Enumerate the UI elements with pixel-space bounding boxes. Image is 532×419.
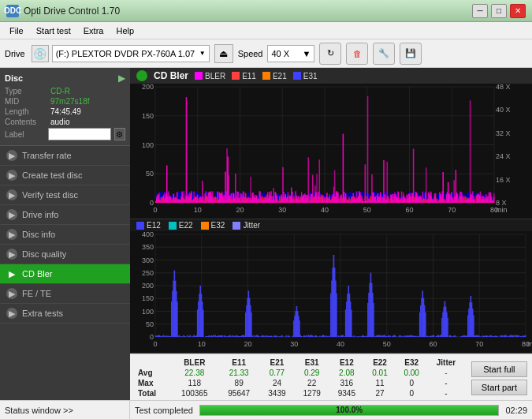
disc-nav-arrow[interactable]: ▶ xyxy=(118,73,125,84)
avg-e31: 0.29 xyxy=(295,368,329,378)
col-header-bler: BLER xyxy=(171,357,218,368)
sidebar-item-transfer-rate[interactable]: ▶ Transfer rate xyxy=(0,146,130,166)
sidebar-item-fe-te[interactable]: ▶ FE / TE xyxy=(0,284,130,304)
legend-color-bler xyxy=(195,72,203,80)
eject-button[interactable]: ⏏ xyxy=(214,44,233,63)
avg-label: Avg xyxy=(135,368,171,378)
restore-button[interactable]: □ xyxy=(491,4,507,18)
chart2-legend-row: E12 E22 E32 Jitter xyxy=(130,219,532,231)
table-row-avg: Avg 22.38 21.33 0.77 0.29 2.08 0.01 0.00… xyxy=(135,368,465,378)
options-button[interactable]: 🔧 xyxy=(373,43,395,65)
col-header-empty xyxy=(135,357,171,368)
col-header-e32: E32 xyxy=(396,357,427,368)
total-e11: 95647 xyxy=(218,388,259,398)
legend-color-e21 xyxy=(262,72,270,80)
col-header-e12: E12 xyxy=(329,357,364,368)
col-header-jitter: Jitter xyxy=(427,357,465,368)
sidebar-item-extra-tests[interactable]: ▶ Extra tests xyxy=(0,304,130,324)
disc-contents-label: Contents xyxy=(5,118,50,126)
legend-bler: BLER xyxy=(195,72,225,80)
sidebar-item-drive-info[interactable]: ▶ Drive info xyxy=(0,205,130,225)
max-e32: 0 xyxy=(396,378,427,388)
disc-label-label: Label xyxy=(5,130,45,139)
menu-extra[interactable]: Extra xyxy=(77,24,110,37)
legend-e22: E22 xyxy=(169,221,193,230)
start-part-button[interactable]: Start part xyxy=(471,380,527,395)
legend-color-e32 xyxy=(201,222,209,230)
legend-color-e22 xyxy=(169,222,177,230)
status-window-button[interactable]: Status window >> xyxy=(0,401,130,419)
app-title: Opti Drive Control 1.70 xyxy=(24,6,120,17)
avg-e22: 0.01 xyxy=(364,368,396,378)
total-jitter: - xyxy=(427,388,465,398)
legend-e21: E21 xyxy=(262,72,287,80)
chart-header: CD Bler BLER E11 E21 E31 xyxy=(130,68,532,84)
avg-jitter: - xyxy=(427,368,465,378)
drive-icon: 💿 xyxy=(32,45,49,62)
table-row-max: Max 118 89 24 22 316 11 0 - xyxy=(135,378,465,388)
max-label: Max xyxy=(135,378,171,388)
avg-e21: 0.77 xyxy=(259,368,294,378)
minimize-button[interactable]: ─ xyxy=(472,4,488,18)
legend-color-e11 xyxy=(232,72,240,80)
speed-dropdown[interactable]: 40 X ▼ xyxy=(267,45,314,62)
menu-start-test[interactable]: Start test xyxy=(30,24,77,37)
sidebar-item-verify-test-disc[interactable]: ▶ Verify test disc xyxy=(0,185,130,205)
chart1-canvas xyxy=(130,84,532,217)
status-right: Test completed 100.0% 02:29 xyxy=(130,401,532,419)
save-button[interactable]: 💾 xyxy=(400,43,422,65)
max-jitter: - xyxy=(427,378,465,388)
menu-file[interactable]: File xyxy=(3,24,30,37)
menu-help[interactable]: Help xyxy=(110,24,140,37)
transfer-rate-icon: ▶ xyxy=(6,150,17,161)
progress-bar: 100.0% xyxy=(199,405,499,416)
max-e21: 24 xyxy=(259,378,294,388)
window-controls: ─ □ ✕ xyxy=(472,4,526,18)
disc-label-input[interactable] xyxy=(48,128,111,140)
sidebar-item-cd-bler[interactable]: ▶ CD Bler xyxy=(0,264,130,284)
avg-bler: 22.38 xyxy=(171,368,218,378)
chart1-wrapper xyxy=(130,84,532,219)
legend-color-e12 xyxy=(136,222,144,230)
sidebar-item-disc-info[interactable]: ▶ Disc info xyxy=(0,225,130,245)
drive-selector: 💿 (F:) PLEXTOR DVDR PX-760A 1.07 ▼ xyxy=(32,45,210,62)
total-e32: 0 xyxy=(396,388,427,398)
avg-e12: 2.08 xyxy=(329,368,364,378)
close-button[interactable]: ✕ xyxy=(510,4,526,18)
max-bler: 118 xyxy=(171,378,218,388)
max-e31: 22 xyxy=(295,378,329,388)
total-e12: 9345 xyxy=(329,388,364,398)
legend-jitter: Jitter xyxy=(233,221,260,230)
chart2-canvas xyxy=(130,231,532,351)
disc-length-value: 74:45.49 xyxy=(50,107,125,116)
results-table: BLER E11 E21 E31 E12 E22 E32 Jitter Avg xyxy=(135,357,465,398)
refresh-button[interactable]: ↻ xyxy=(319,43,341,65)
legend-e31: E31 xyxy=(293,72,318,80)
content-area: CD Bler BLER E11 E21 E31 xyxy=(130,68,532,400)
progress-label: 100.0% xyxy=(200,406,498,415)
max-e12: 316 xyxy=(329,378,364,388)
drive-dropdown[interactable]: (F:) PLEXTOR DVDR PX-760A 1.07 ▼ xyxy=(52,45,210,62)
total-bler: 100365 xyxy=(171,388,218,398)
start-full-button[interactable]: Start full xyxy=(471,361,527,377)
data-table-area: BLER E11 E21 E31 E12 E22 E32 Jitter Avg xyxy=(130,354,532,400)
statusbar: Status window >> Test completed 100.0% 0… xyxy=(0,400,532,419)
sidebar-item-create-test-disc[interactable]: ▶ Create test disc xyxy=(0,166,130,185)
label-gear-button[interactable]: ⚙ xyxy=(114,128,125,140)
chart-title: CD Bler xyxy=(154,70,188,81)
max-e22: 11 xyxy=(364,378,396,388)
status-text: Test completed xyxy=(135,406,193,415)
create-test-disc-icon: ▶ xyxy=(6,170,17,181)
avg-e11: 21.33 xyxy=(218,368,259,378)
table-row-total: Total 100365 95647 3439 1279 9345 27 0 - xyxy=(135,388,465,398)
app-icon: ODC xyxy=(6,5,19,17)
extra-tests-icon: ▶ xyxy=(6,308,17,319)
fe-te-icon: ▶ xyxy=(6,288,17,299)
total-e21: 3439 xyxy=(259,388,294,398)
chart2-wrapper xyxy=(130,231,532,354)
disc-title: Disc xyxy=(5,73,23,83)
erase-button[interactable]: 🗑 xyxy=(346,43,368,65)
disc-panel: Disc ▶ Type CD-R MID 97m27s18f Length 74… xyxy=(0,68,130,146)
total-e22: 27 xyxy=(364,388,396,398)
sidebar-item-disc-quality[interactable]: ▶ Disc quality xyxy=(0,245,130,264)
